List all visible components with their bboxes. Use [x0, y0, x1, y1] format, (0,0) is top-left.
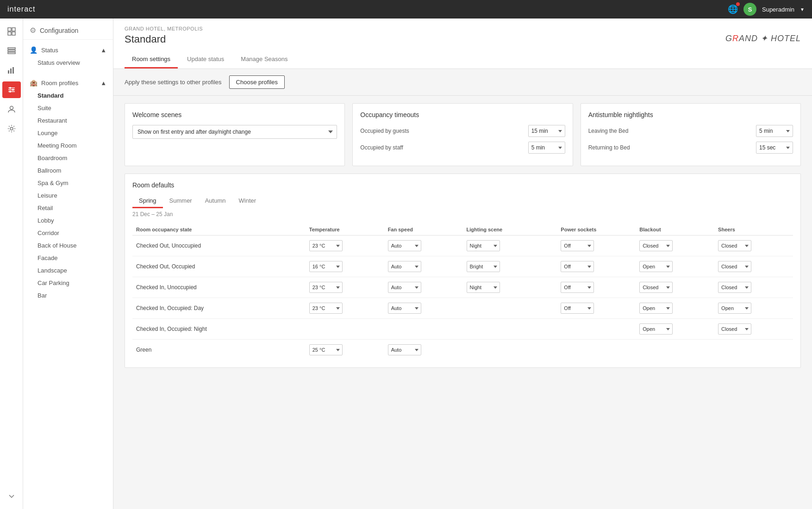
fan-select[interactable]: AutoLowMediumHigh	[388, 344, 421, 355]
lighting-select[interactable]: NightBrightDimOff	[467, 240, 500, 251]
sheers-select[interactable]: ClosedOpen	[718, 282, 751, 293]
sidebar-item-leisure[interactable]: Leisure	[23, 189, 113, 202]
icon-bar-dashboard[interactable]	[2, 23, 21, 40]
blackout-select[interactable]: OpenClosed	[639, 261, 673, 272]
sidebar-item-meeting-room[interactable]: Meeting Room	[23, 139, 113, 152]
season-tab-summer[interactable]: Summer	[163, 194, 199, 208]
sections-row: Welcome scenes Show on first entry and a…	[113, 96, 812, 174]
fan-select[interactable]: AutoLowMediumHigh	[388, 282, 421, 293]
sidebar-section-room-profiles-header[interactable]: 🏨 Room profiles ▲	[23, 76, 113, 89]
row-power	[557, 340, 636, 360]
tab-update-status[interactable]: Update status	[180, 51, 231, 68]
col-header-lighting: Lighting scene	[463, 224, 557, 236]
icon-bar-config[interactable]	[2, 81, 21, 98]
sheers-select[interactable]: ClosedOpen	[718, 323, 751, 335]
app-logo: interact	[7, 5, 35, 13]
icon-bar-table[interactable]	[2, 43, 21, 59]
sidebar-item-car-parking[interactable]: Car Parking	[23, 277, 113, 289]
page-header: GRAND HOTEL, METROPOLIS Standard GRAND ✦…	[113, 19, 812, 69]
temp-select[interactable]: 23 °C16 °C25 °C	[309, 303, 343, 314]
table-row: Checked Out, Unoccupied 23 °C16 °C25 °C …	[132, 236, 793, 256]
icon-bar-expand[interactable]	[2, 488, 21, 504]
sheers-select[interactable]: ClosedOpen	[718, 261, 751, 272]
sidebar-item-ballroom[interactable]: Ballroom	[23, 164, 113, 177]
power-select[interactable]: OffOn	[561, 240, 594, 251]
occupied-by-staff-select[interactable]: 5 min 10 min 15 min	[528, 142, 565, 154]
sidebar-section-status-header[interactable]: 👤 Status ▲	[23, 43, 113, 56]
sidebar-item-status-overview[interactable]: Status overview	[23, 56, 113, 69]
tab-room-settings[interactable]: Room settings	[125, 51, 178, 68]
row-fan: AutoLowMediumHigh	[384, 236, 463, 256]
row-power: OffOn	[557, 236, 636, 256]
lighting-select[interactable]: NightBrightDimOff	[467, 282, 500, 293]
sidebar-item-lounge[interactable]: Lounge	[23, 127, 113, 139]
top-nav: interact 🌐 S Superadmin ▼	[0, 0, 812, 19]
col-header-sheers: Sheers	[714, 224, 793, 236]
breadcrumb: GRAND HOTEL, METROPOLIS	[125, 26, 203, 31]
sidebar-item-spa-gym[interactable]: Spa & Gym	[23, 177, 113, 189]
row-lighting	[463, 319, 557, 340]
fan-select[interactable]: AutoLowMediumHigh	[388, 303, 421, 314]
season-tab-spring[interactable]: Spring	[132, 194, 163, 208]
sidebar-item-corridor[interactable]: Corridor	[23, 227, 113, 239]
svg-rect-7	[8, 70, 9, 74]
occupancy-timeouts-card: Occupancy timeouts Occupied by guests 15…	[352, 103, 573, 166]
season-tab-autumn[interactable]: Autumn	[199, 194, 232, 208]
row-fan: AutoLowMediumHigh	[384, 340, 463, 360]
temp-select[interactable]: 23 °C16 °C25 °C	[309, 282, 343, 293]
sidebar-item-landscape[interactable]: Landscape	[23, 264, 113, 277]
sidebar-item-standard[interactable]: Standard	[23, 89, 113, 102]
sidebar-item-suite[interactable]: Suite	[23, 102, 113, 114]
blackout-select[interactable]: OpenClosed	[639, 323, 673, 335]
sheers-select[interactable]: OpenClosed	[718, 303, 751, 314]
occupied-by-guests-label: Occupied by guests	[360, 128, 409, 134]
sidebar-item-facade[interactable]: Facade	[23, 252, 113, 264]
blackout-select[interactable]: ClosedOpen	[639, 240, 673, 251]
room-defaults: Room defaults Spring Summer Autumn Winte…	[125, 174, 801, 368]
fan-select[interactable]: AutoLowMediumHigh	[388, 261, 421, 272]
sidebar-item-retail[interactable]: Retail	[23, 202, 113, 214]
blackout-select[interactable]: OpenClosed	[639, 303, 673, 314]
avatar[interactable]: S	[743, 3, 756, 16]
temp-select[interactable]: 25 °C23 °C16 °C	[309, 344, 343, 355]
lighting-select[interactable]: BrightNightDimOff	[467, 261, 500, 272]
rooms-icon: 🏨	[30, 79, 37, 87]
icon-bar-settings[interactable]	[2, 120, 21, 137]
blackout-select[interactable]: ClosedOpen	[639, 282, 673, 293]
sidebar-item-boardroom[interactable]: Boardroom	[23, 152, 113, 164]
returning-bed-select[interactable]: 15 sec 5 sec 10 sec 30 sec	[756, 142, 793, 154]
svg-rect-6	[8, 52, 15, 54]
occupied-by-guests-select[interactable]: 15 min 5 min 10 min 30 min	[528, 125, 565, 137]
table-row: Checked In, Occupied: Night OpenClosed	[132, 319, 793, 340]
power-select[interactable]: OffOn	[561, 282, 594, 293]
power-select[interactable]: OffOn	[561, 303, 594, 314]
user-dropdown-arrow[interactable]: ▼	[800, 7, 805, 12]
row-sheers: ClosedOpen	[714, 319, 793, 340]
date-range: 21 Dec – 25 Jan	[132, 211, 793, 217]
icon-bar-users[interactable]	[2, 101, 21, 118]
notification-badge	[736, 2, 740, 6]
row-blackout: ClosedOpen	[636, 236, 714, 256]
row-sheers: OpenClosed	[714, 298, 793, 319]
top-nav-right: 🌐 S Superadmin ▼	[728, 3, 805, 16]
content: GRAND HOTEL, METROPOLIS Standard GRAND ✦…	[113, 19, 812, 509]
row-sheers: ClosedOpen	[714, 277, 793, 298]
icon-bar-chart[interactable]	[2, 62, 21, 79]
temp-select[interactable]: 23 °C16 °C25 °C	[309, 240, 343, 251]
sheers-select[interactable]: ClosedOpen	[718, 240, 751, 251]
choose-profiles-button[interactable]: Choose profiles	[229, 75, 285, 89]
sidebar-item-bar[interactable]: Bar	[23, 289, 113, 302]
sidebar-item-lobby[interactable]: Lobby	[23, 214, 113, 227]
sidebar-item-back-of-house[interactable]: Back of House	[23, 239, 113, 252]
tab-manage-seasons[interactable]: Manage Seasons	[233, 51, 295, 68]
temp-select[interactable]: 16 °C23 °C25 °C	[309, 261, 343, 272]
welcome-scenes-select[interactable]: Show on first entry and after day/night …	[132, 125, 337, 139]
leaving-bed-select[interactable]: 5 min 1 min 2 min 10 min	[756, 125, 793, 137]
sidebar-item-restaurant[interactable]: Restaurant	[23, 114, 113, 127]
globe-button[interactable]: 🌐	[728, 4, 738, 14]
col-header-state: Room occupancy state	[132, 224, 306, 236]
sidebar: ⚙ Configuration 👤 Status ▲ Status overvi…	[23, 19, 113, 509]
fan-select[interactable]: AutoLowMediumHigh	[388, 240, 421, 251]
season-tab-winter[interactable]: Winter	[232, 194, 263, 208]
power-select[interactable]: OffOn	[561, 261, 594, 272]
